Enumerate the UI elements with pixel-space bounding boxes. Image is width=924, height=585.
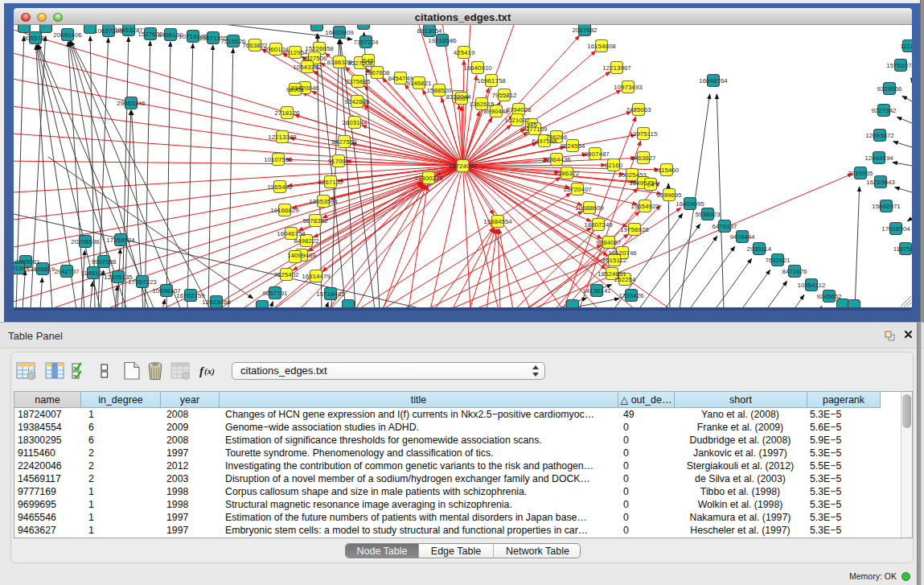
svg-text:9146821: 9146821 [406,80,432,87]
svg-text:8267130: 8267130 [318,179,343,186]
svg-text:2935114: 2935114 [747,245,772,253]
svg-text:15751074: 15751074 [886,62,912,69]
svg-text:18807249: 18807249 [584,221,613,229]
svg-text:10973493: 10973493 [614,84,643,91]
svg-text:20691406: 20691406 [53,31,82,39]
svg-text:1145194: 1145194 [81,270,106,277]
svg-text:19300275: 19300275 [414,175,443,182]
svg-text:17016504: 17016504 [881,225,910,233]
svg-text:2867608: 2867608 [364,69,390,76]
svg-text:10025453: 10025453 [618,171,647,179]
svg-text:7955812: 7955812 [491,92,517,99]
svg-text:19384554: 19384554 [483,218,512,225]
svg-text:15720407: 15720407 [563,186,592,193]
svg-text:10807487: 10807487 [581,150,610,158]
svg-text:1362615: 1362615 [469,101,495,108]
svg-text:04: 04 [647,181,655,188]
svg-text:12975115: 12975115 [630,130,659,138]
svg-text:1167533: 1167533 [893,245,912,253]
svg-text:1733426: 1733426 [618,292,644,299]
svg-text:7357224: 7357224 [353,39,379,46]
svg-text:20364436: 20364436 [542,156,571,163]
svg-text:9242848: 9242848 [344,98,370,105]
svg-text:10654112: 10654112 [798,282,827,289]
svg-text:12353594: 12353594 [309,198,338,205]
svg-text:16154808: 16154808 [587,43,616,50]
svg-text:391594: 391594 [14,265,30,272]
svg-text:2087682: 2087682 [572,27,598,34]
svg-text:7386372: 7386372 [554,170,580,177]
svg-text:15692971: 15692971 [872,203,901,210]
svg-text:10688609: 10688609 [575,204,604,212]
svg-text:3375685: 3375685 [345,78,371,85]
svg-text:19654923: 19654923 [630,203,659,210]
svg-text:252254: 252254 [614,276,636,283]
svg-text:2037: 2037 [454,95,469,102]
svg-text:8990448: 8990448 [483,108,509,115]
svg-text:10107553: 10107553 [264,156,293,163]
svg-text:9245652: 9245652 [816,293,842,300]
svg-text:9115460: 9115460 [655,167,680,174]
svg-text:3215955: 3215955 [848,170,873,177]
svg-text:8498222: 8498222 [294,237,319,245]
svg-text:9997588: 9997588 [91,258,117,266]
svg-text:16961758: 16961758 [477,77,506,84]
svg-text:5938923: 5938923 [695,211,721,218]
svg-text:62160: 62160 [605,162,623,169]
svg-text:(x): (x) [204,366,215,377]
svg-text:18724007: 18724007 [449,163,478,170]
svg-text:9884067: 9884067 [596,239,622,246]
svg-text:7632621: 7632621 [765,257,791,264]
svg-text:19756928: 19756928 [620,226,649,233]
svg-text:9527506: 9527506 [302,55,327,62]
svg-text:20206536: 20206536 [71,238,100,245]
svg-text:15716485: 15716485 [316,290,345,298]
svg-text:16409095: 16409095 [676,200,704,208]
svg-text:29053346: 29053346 [117,100,146,107]
svg-text:12213967: 12213967 [602,64,631,72]
svg-text:1615112: 1615112 [602,257,627,264]
svg-text:8813054: 8813054 [417,27,442,35]
svg-text:9474444: 9474444 [729,233,755,241]
svg-text:9463627: 9463627 [630,154,656,162]
svg-text:9794028: 9794028 [506,106,532,113]
svg-text:8471676: 8471676 [782,268,807,275]
svg-text:11123: 11123 [900,43,912,50]
svg-text:17359924: 17359924 [106,237,135,244]
svg-text:17957223: 17957223 [128,278,157,286]
svg-text:15226058: 15226058 [305,45,334,52]
svg-text:9857791: 9857791 [262,290,288,297]
svg-text:10120746: 10120746 [608,249,637,257]
svg-text:19166829: 19166829 [270,207,299,214]
svg-text:1965492: 1965492 [267,183,293,191]
svg-text:5878352: 5878352 [302,217,328,225]
svg-text:9329966: 9329966 [877,85,902,93]
svg-text:7625402: 7625402 [273,271,299,278]
svg-text:16648764: 16648764 [699,77,728,84]
svg-text:12093872: 12093872 [865,132,894,139]
svg-text:14099489: 14099489 [287,252,316,259]
svg-text:9055721: 9055721 [23,35,48,42]
svg-text:14136141: 14136141 [582,287,611,295]
svg-text:9227342: 9227342 [871,107,897,114]
svg-text:16782759: 16782759 [176,292,205,299]
svg-text:9699695: 9699695 [656,192,682,199]
svg-text:6479197: 6479197 [712,223,737,230]
svg-text:12923468: 12923468 [202,299,231,306]
svg-text:8427552: 8427552 [331,138,357,146]
svg-text:2942737: 2942737 [54,268,80,275]
svg-text:98901: 98901 [286,86,305,93]
svg-text:12213383: 12213383 [268,134,297,141]
svg-text:7485063: 7485063 [626,106,651,113]
svg-text:16914479: 16914479 [302,273,331,280]
svg-text:19218586: 19218586 [428,37,457,44]
svg-text:9777169: 9777169 [522,126,548,133]
svg-text:6497568: 6497568 [532,138,557,145]
svg-text:16046758: 16046758 [277,230,306,237]
svg-text:917006: 917006 [328,158,350,165]
svg-text:10543382: 10543382 [293,64,322,71]
svg-text:12444194: 12444194 [864,154,893,162]
svg-text:425419: 425419 [454,49,475,56]
svg-text:3624554: 3624554 [560,142,585,150]
svg-text:1156819: 1156819 [31,266,55,273]
